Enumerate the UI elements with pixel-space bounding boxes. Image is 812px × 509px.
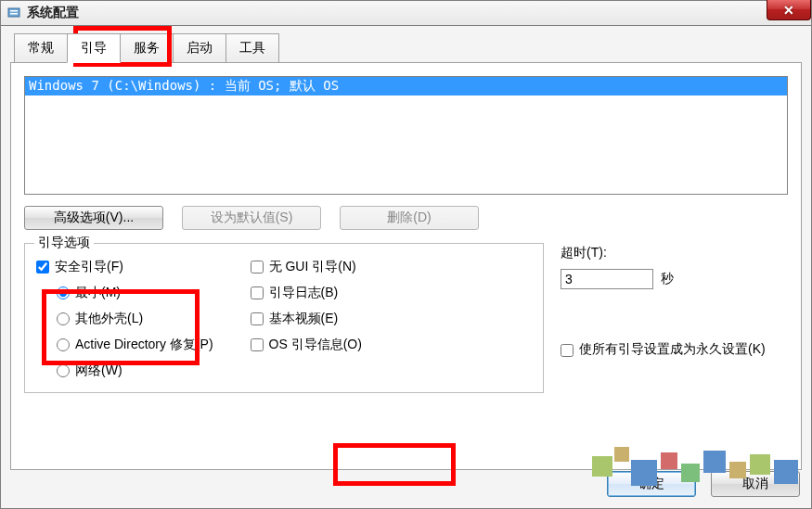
minimal-label: 最小(M): [75, 285, 121, 301]
osbootinfo-checkbox[interactable]: OS 引导信息(O): [251, 337, 362, 353]
bootlog-label: 引导日志(B): [269, 285, 339, 301]
nogui-label: 无 GUI 引导(N): [269, 259, 356, 275]
safe-boot-label: 安全引导(F): [55, 259, 123, 275]
nogui-checkbox[interactable]: 无 GUI 引导(N): [251, 259, 362, 275]
bootlog-checkbox-input[interactable]: [251, 286, 264, 299]
svg-rect-2: [10, 13, 18, 15]
tab-general[interactable]: 常规: [14, 33, 68, 62]
timeout-label: 超时(T):: [561, 245, 766, 261]
network-radio-input[interactable]: [57, 364, 70, 377]
svg-rect-1: [10, 10, 18, 12]
basevideo-checkbox-input[interactable]: [251, 312, 264, 325]
timeout-unit: 秒: [661, 271, 674, 287]
svg-rect-0: [8, 8, 19, 17]
boot-options-legend: 引导选项: [34, 235, 94, 251]
permanent-checkbox[interactable]: 使所有引导设置成为永久设置(K): [561, 341, 766, 358]
osbootinfo-label: OS 引导信息(O): [269, 337, 362, 353]
adrepair-label: Active Directory 修复(P): [75, 337, 213, 353]
os-listbox[interactable]: Windows 7 (C:\Windows) : 当前 OS; 默认 OS: [24, 76, 788, 195]
boot-options-left-col: 安全引导(F) 最小(M) 其他外壳(L) Active Direct: [36, 259, 213, 379]
delete-button: 删除(D): [340, 206, 479, 230]
app-icon: [6, 6, 21, 20]
tab-boot[interactable]: 引导: [67, 33, 121, 63]
title-bar: 系统配置 ✕: [0, 0, 812, 26]
adrepair-radio[interactable]: Active Directory 修复(P): [57, 337, 213, 353]
timeout-input[interactable]: [561, 269, 653, 289]
permanent-label: 使所有引导设置成为永久设置(K): [579, 341, 766, 358]
altshell-radio[interactable]: 其他外壳(L): [57, 311, 213, 327]
decorative-pixels: [592, 447, 806, 503]
permanent-checkbox-input[interactable]: [561, 344, 574, 357]
os-list-item-selected[interactable]: Windows 7 (C:\Windows) : 当前 OS; 默认 OS: [25, 77, 787, 95]
advanced-options-button[interactable]: 高级选项(V)...: [24, 206, 163, 230]
minimal-radio[interactable]: 最小(M): [57, 285, 213, 301]
nogui-checkbox-input[interactable]: [251, 261, 264, 274]
close-button[interactable]: ✕: [767, 0, 811, 20]
network-label: 网络(W): [75, 363, 122, 379]
safe-boot-checkbox[interactable]: 安全引导(F): [36, 259, 213, 275]
set-default-button: 设为默认值(S): [182, 206, 321, 230]
safe-boot-checkbox-input[interactable]: [36, 261, 49, 274]
right-column: 超时(T): 秒 使所有引导设置成为永久设置(K): [561, 245, 766, 393]
network-radio[interactable]: 网络(W): [57, 363, 213, 379]
timeout-row: 秒: [561, 269, 766, 289]
window-body: 常规 引导 服务 启动 工具 Windows 7 (C:\Windows) : …: [0, 26, 812, 509]
basevideo-checkbox[interactable]: 基本视频(E): [251, 311, 362, 327]
adrepair-radio-input[interactable]: [57, 338, 70, 351]
minimal-radio-input[interactable]: [57, 286, 70, 299]
osbootinfo-checkbox-input[interactable]: [251, 338, 264, 351]
boot-options-right-col: 无 GUI 引导(N) 引导日志(B) 基本视频(E) OS 引导信息: [251, 259, 362, 379]
tab-services[interactable]: 服务: [120, 33, 174, 62]
tab-row: 常规 引导 服务 启动 工具: [14, 33, 802, 62]
window-title: 系统配置: [27, 5, 79, 21]
bootlog-checkbox[interactable]: 引导日志(B): [251, 285, 362, 301]
altshell-label: 其他外壳(L): [75, 311, 143, 327]
tab-startup[interactable]: 启动: [173, 33, 226, 62]
tab-tools[interactable]: 工具: [226, 33, 279, 62]
basevideo-label: 基本视频(E): [269, 311, 339, 327]
boot-options-group: 引导选项 安全引导(F) 最小(M) 其他外壳(L): [24, 243, 544, 393]
lower-row: 引导选项 安全引导(F) 最小(M) 其他外壳(L): [24, 243, 788, 393]
altshell-radio-input[interactable]: [57, 312, 70, 325]
mid-button-row: 高级选项(V)... 设为默认值(S) 删除(D): [24, 206, 788, 230]
tab-panel-boot: Windows 7 (C:\Windows) : 当前 OS; 默认 OS 高级…: [10, 62, 802, 470]
close-icon: ✕: [783, 3, 794, 18]
